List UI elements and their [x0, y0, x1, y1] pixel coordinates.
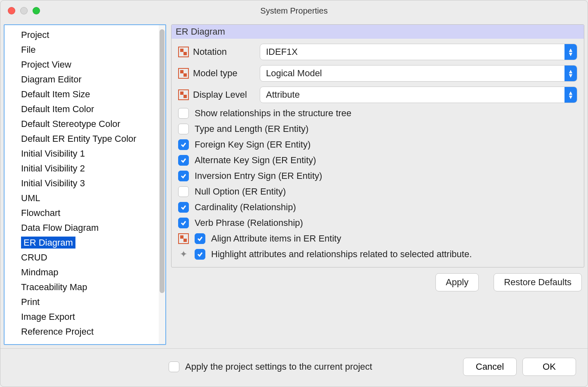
sidebar-item-label: Mindmap — [21, 267, 58, 277]
chevron-updown-icon: ▲▼ — [564, 44, 577, 60]
sidebar-item-label: ER Diagram — [21, 237, 75, 249]
sidebar-item-label: Traceability Map — [21, 282, 87, 292]
sidebar-item[interactable]: Data Flow Diagram — [5, 220, 157, 235]
select-label: Notation — [193, 47, 256, 57]
checkbox-label: Highlight attributes and relationships r… — [211, 249, 472, 260]
sidebar-item-label: Default Item Color — [21, 104, 94, 114]
checkbox-row: Verb Phrase (Relationship) — [178, 218, 577, 228]
er-entity-icon — [178, 89, 189, 100]
sidebar-item[interactable]: Traceability Map — [5, 280, 157, 295]
cancel-button[interactable]: Cancel — [463, 358, 517, 376]
select-label: Display Level — [193, 89, 256, 100]
close-window-button[interactable] — [8, 7, 15, 14]
dialog-footer: Apply the project settings to the curren… — [0, 348, 588, 387]
footer-apply-project-group: Apply the project settings to the curren… — [169, 361, 372, 372]
titlebar: System Properties — [0, 0, 588, 21]
sidebar-item[interactable]: Default ER Entity Type Color — [5, 131, 157, 146]
sidebar-item-label: Project — [21, 30, 49, 40]
sidebar-item-label: Diagram Editor — [21, 74, 82, 84]
restore-defaults-button[interactable]: Restore Defaults — [494, 273, 582, 291]
sidebar-item-label: Default Item Size — [21, 89, 90, 99]
chevron-updown-icon: ▲▼ — [564, 66, 577, 81]
sidebar-item-label: Image Export — [21, 312, 75, 322]
sidebar-item-label: Print — [21, 297, 40, 307]
window-controls — [8, 7, 40, 14]
select-dropdown[interactable]: Logical Model▲▼ — [260, 65, 577, 82]
sidebar-item[interactable]: File — [5, 42, 157, 57]
ok-button[interactable]: OK — [522, 358, 576, 376]
sidebar-item[interactable]: Initial Visibility 2 — [5, 161, 157, 176]
select-dropdown[interactable]: IDEF1X▲▼ — [260, 44, 577, 60]
sidebar-scrollbar-thumb[interactable] — [160, 29, 165, 293]
sidebar-container: ProjectFileProject ViewDiagram EditorDef… — [4, 24, 166, 345]
apply-project-label: Apply the project settings to the curren… — [185, 361, 372, 372]
checkbox-row: ✦Highlight attributes and relationships … — [178, 249, 577, 260]
sidebar-item[interactable]: ER Diagram — [5, 235, 157, 250]
panel-title: ER Diagram — [172, 25, 584, 39]
checkbox[interactable] — [178, 155, 189, 166]
checkbox-label: Null Option (ER Entity) — [195, 186, 286, 197]
sidebar-item-label: File — [21, 45, 35, 55]
sidebar-item-label: Initial Visibility 2 — [21, 163, 85, 174]
sidebar-item[interactable]: CRUD — [5, 250, 157, 265]
sidebar-item[interactable]: Initial Visibility 1 — [5, 146, 157, 161]
chevron-updown-icon: ▲▼ — [564, 87, 577, 103]
er-entity-icon — [178, 68, 189, 79]
er-entity-icon — [178, 233, 189, 244]
er-diagram-panel: ER Diagram NotationIDEF1X▲▼Model typeLog… — [171, 24, 584, 267]
apply-button[interactable]: Apply — [435, 273, 479, 291]
sidebar-scrollbar[interactable] — [159, 25, 165, 344]
checkbox-label: Alternate Key Sign (ER Entity) — [195, 155, 316, 166]
select-label: Model type — [193, 68, 256, 79]
sidebar-item-label: UML — [21, 193, 40, 203]
checkbox[interactable] — [178, 171, 189, 181]
sidebar-item-label: Initial Visibility 1 — [21, 148, 85, 159]
sidebar-item[interactable]: Default Item Size — [5, 87, 157, 102]
sidebar-item[interactable]: Image Export — [5, 310, 157, 324]
sidebar-item-label: Default ER Entity Type Color — [21, 134, 136, 144]
sidebar-item[interactable]: UML — [5, 191, 157, 206]
checkbox[interactable] — [178, 218, 189, 228]
checkbox-row: Null Option (ER Entity) — [178, 186, 577, 197]
window-title: System Properties — [7, 6, 581, 16]
sidebar-item[interactable]: Default Item Color — [5, 102, 157, 117]
select-value: Logical Model — [260, 66, 564, 81]
sidebar-item[interactable]: Project View — [5, 57, 157, 72]
sidebar-item[interactable]: Mindmap — [5, 265, 157, 280]
minimize-window-button[interactable] — [20, 7, 28, 14]
checkbox-label: Align Attribute items in ER Entity — [211, 233, 341, 244]
checkbox[interactable] — [178, 124, 189, 134]
checkbox-label: Inversion Entry Sign (ER Entity) — [195, 171, 322, 181]
checkbox[interactable] — [178, 186, 189, 197]
checkbox[interactable] — [195, 233, 205, 244]
select-value: IDEF1X — [260, 44, 564, 60]
checkbox-label: Show relationships in the structure tree — [195, 108, 351, 119]
checkbox-label: Type and Length (ER Entity) — [195, 124, 308, 134]
sparkle-icon: ✦ — [178, 249, 189, 260]
select-row: NotationIDEF1X▲▼ — [178, 44, 577, 60]
select-value: Attribute — [260, 87, 564, 103]
content-area: ER Diagram NotationIDEF1X▲▼Model typeLog… — [171, 24, 584, 345]
select-row: Display LevelAttribute▲▼ — [178, 87, 577, 103]
apply-project-checkbox[interactable] — [169, 361, 179, 372]
category-sidebar: ProjectFileProject ViewDiagram EditorDef… — [5, 25, 159, 344]
sidebar-item[interactable]: Project — [5, 28, 157, 42]
system-properties-window: System Properties ProjectFileProject Vie… — [0, 0, 588, 387]
sidebar-item[interactable]: Reference Project — [5, 324, 157, 339]
sidebar-item[interactable]: Flowchart — [5, 206, 157, 220]
sidebar-item[interactable]: Default Stereotype Color — [5, 117, 157, 131]
checkbox[interactable] — [178, 139, 189, 150]
checkbox-label: Foreign Key Sign (ER Entity) — [195, 139, 310, 150]
checkbox[interactable] — [178, 108, 189, 119]
sidebar-item-label: Project View — [21, 59, 71, 70]
checkbox[interactable] — [178, 202, 189, 213]
sidebar-item[interactable]: Initial Visibility 3 — [5, 176, 157, 191]
checkbox-row: Cardinality (Relationship) — [178, 202, 577, 213]
checkbox[interactable] — [195, 249, 205, 260]
zoom-window-button[interactable] — [33, 7, 40, 14]
sidebar-item[interactable]: Print — [5, 295, 157, 310]
checkbox-row: Alternate Key Sign (ER Entity) — [178, 155, 577, 166]
select-dropdown[interactable]: Attribute▲▼ — [260, 87, 577, 103]
sidebar-item[interactable]: Diagram Editor — [5, 72, 157, 87]
checkbox-row: Type and Length (ER Entity) — [178, 124, 577, 134]
